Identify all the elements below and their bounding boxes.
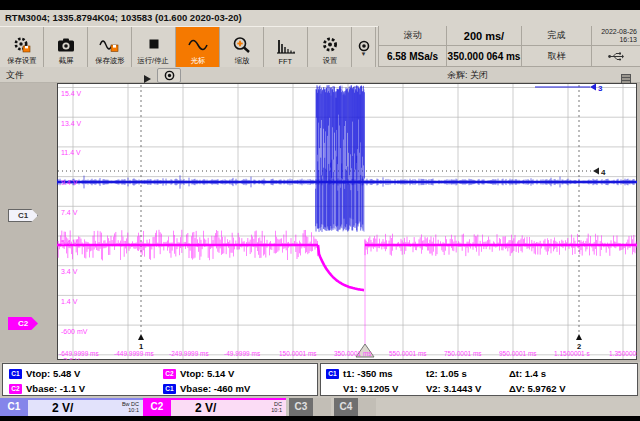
toolbar-button-1[interactable]: 保存设置: [0, 27, 44, 68]
toolbar-button-label: 光标: [190, 55, 205, 65]
channel-settings-c1[interactable]: 2 V/Bw DC10:1: [28, 398, 143, 416]
x-tick-label: 950.0001 ms: [499, 350, 537, 357]
usb-icon: [608, 52, 624, 61]
x-tick-label: -449.9999 ms: [114, 350, 154, 357]
file-record-button[interactable]: [157, 68, 181, 83]
wave-save-icon: [99, 35, 121, 55]
channel-button-c1[interactable]: C1: [0, 398, 28, 416]
x-tick-label: 1.1500001 s: [554, 350, 591, 357]
toolbar-button-8[interactable]: 设置: [308, 27, 352, 68]
y-tick-label: 15.4 V: [61, 90, 82, 97]
chevron-down-icon: ▼: [361, 52, 367, 56]
status-datetime: 2022-08-26 16:13: [591, 26, 640, 46]
status-time: 16:13: [619, 36, 637, 44]
status-horizontal-position: 350.000 064 ms: [446, 46, 521, 67]
measurement-value: Vtop: 5.14 V: [180, 368, 234, 379]
toolbar-button-label: 设置: [322, 55, 337, 65]
ref-marker-3-label: 3: [598, 84, 603, 93]
cursor-result-t: Δt: 1.4 s: [509, 368, 546, 379]
gear-icon: [319, 35, 341, 55]
channel-bar: C12 V/Bw DC10:1C22 V/DC10:1C3C4: [0, 398, 640, 416]
channel-badge-c1: C1: [163, 384, 176, 394]
status-sample-rate: 6.58 MSa/s: [378, 46, 446, 67]
status-acq-state: 完成: [521, 26, 591, 46]
channel-badge-c2: C2: [9, 384, 22, 394]
oscilloscope-screen: RTM3004; 1335.8794K04; 103583 (01.600 20…: [0, 0, 640, 421]
play-icon[interactable]: [142, 70, 152, 80]
status-trigger-mode: 取样: [521, 46, 591, 67]
toolbar-button-7[interactable]: FFT: [264, 27, 308, 68]
channel-off-slot: [358, 398, 376, 416]
channel-tag-c2[interactable]: C2: [8, 317, 38, 330]
usb-indicator: [591, 46, 640, 67]
status-acquisition-mode: 滚动: [378, 26, 446, 46]
record-circle-icon: [358, 40, 370, 52]
x-tick-label: 350.0001 ms: [334, 350, 372, 357]
y-tick-label: 13.4 V: [61, 120, 82, 127]
y-tick-label: -2.6 V: [61, 357, 80, 360]
cursor-result-v: V2: 3.1443 V: [426, 383, 481, 394]
x-tick-label: 550.0001 ms: [389, 350, 427, 357]
channel-settings-c2[interactable]: 2 V/DC10:1: [171, 398, 286, 416]
auto-measurements-box: C1Vtop: 5.48 VC2Vtop: 5.14 VC2Vbase: -1.…: [2, 363, 318, 396]
channel-off-slot: [313, 398, 331, 416]
file-bar-label: 文件: [6, 69, 24, 82]
y-tick-label: 5.4 V: [61, 239, 78, 246]
channel-badge-c2: C2: [163, 369, 176, 379]
cursor-result-t: t1: -350 ms: [343, 368, 393, 379]
channel-scale: 2 V/: [52, 401, 73, 415]
cursor-wave-icon: [187, 35, 209, 55]
toolbar-more-button[interactable]: ▼: [352, 27, 376, 68]
channel-probe: 10:1: [128, 407, 139, 413]
channel-badge-c1: C1: [326, 369, 339, 379]
y-tick-label: 3.4 V: [61, 268, 78, 275]
cursor-result-v: ΔV: 5.9762 V: [509, 383, 565, 394]
waveform-area: 412315.4 V13.4 V11.4 V9.4 V7.4 V5.4 V3.4…: [0, 83, 640, 362]
stop-square-icon: [143, 35, 165, 55]
x-tick-label: -249.9999 ms: [169, 350, 209, 357]
x-tick-label: -649.9999 ms: [59, 350, 99, 357]
toolbar-button-label: FFT: [279, 57, 292, 65]
graticule: 412315.4 V13.4 V11.4 V9.4 V7.4 V5.4 V3.4…: [57, 83, 637, 360]
y-tick-label: 9.4 V: [61, 179, 78, 186]
fft-bars-icon: [275, 37, 297, 57]
record-circle-icon: [164, 70, 175, 81]
measurement-value: Vtop: 5.48 V: [26, 368, 80, 379]
toolbar-button-label: 截屏: [58, 55, 73, 65]
channel-button-c3[interactable]: C3: [289, 398, 313, 416]
measurement-value: Vbase: -460 mV: [180, 383, 250, 394]
ref-marker-4-label: 4: [601, 168, 606, 177]
status-timebase: 200 ms/: [446, 26, 521, 46]
zoom-plus-icon: [231, 35, 253, 55]
toolbar-button-6[interactable]: 缩放: [220, 27, 264, 68]
file-bar: 文件 余辉: 关闭: [0, 67, 640, 83]
x-tick-label: -49.9999 ms: [224, 350, 261, 357]
cursor-result-t: t2: 1.05 s: [426, 368, 467, 379]
x-tick-label: 750.0001 ms: [444, 350, 482, 357]
toolbar-button-label: 保存波形: [95, 55, 124, 65]
channel-button-c4[interactable]: C4: [334, 398, 358, 416]
measurement-panel: C1Vtop: 5.48 VC2Vtop: 5.14 VC2Vbase: -1.…: [0, 362, 640, 398]
measurement-value: Vbase: -1.1 V: [26, 383, 85, 394]
channel-scale: 2 V/: [195, 401, 216, 415]
toolbar-button-3[interactable]: 保存波形: [88, 27, 132, 68]
persistence-status: 余辉: 关闭: [447, 69, 488, 82]
toolbar-button-4[interactable]: 运行/停止: [132, 27, 176, 68]
toolbar-button-label: 缩放: [234, 55, 249, 65]
y-tick-label: -600 mV: [61, 328, 88, 335]
x-tick-label: 150.0001 ms: [279, 350, 317, 357]
gear-save-icon: [11, 35, 33, 55]
cursor-result-v: V1: 9.1205 V: [343, 383, 398, 394]
cursor-results-box: C1t1: -350 mst2: 1.05 sΔt: 1.4 sV1: 9.12…: [320, 363, 638, 396]
channel-tag-c1[interactable]: C1: [8, 209, 38, 222]
toolbar-button-2[interactable]: 截屏: [44, 27, 88, 68]
toolbar-buttons: 保存设置截屏保存波形运行/停止光标缩放FFT设置: [0, 27, 352, 67]
channel-button-c2[interactable]: C2: [143, 398, 171, 416]
toolbar-button-label: 运行/停止: [138, 55, 169, 65]
y-tick-label: 11.4 V: [61, 149, 81, 156]
y-tick-label: 1.4 V: [61, 298, 78, 305]
channel-badge-c1: C1: [9, 369, 22, 379]
toolbar-button-5[interactable]: 光标: [176, 27, 220, 68]
y-tick-label: 7.4 V: [61, 209, 78, 216]
toolbar-button-label: 保存设置: [7, 55, 36, 65]
